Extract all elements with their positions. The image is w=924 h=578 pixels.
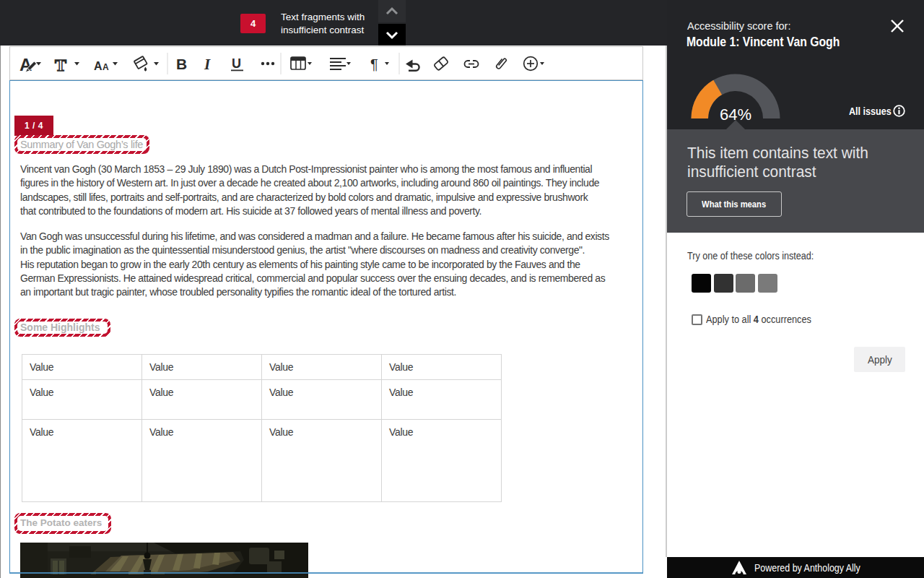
svg-text:I: I <box>204 56 211 73</box>
svg-text:T: T <box>55 56 66 74</box>
svg-text:A: A <box>94 60 103 72</box>
svg-text:A: A <box>103 62 109 72</box>
svg-text:B: B <box>176 56 187 72</box>
svg-text:¶: ¶ <box>370 56 378 72</box>
svg-text:U: U <box>232 56 241 71</box>
